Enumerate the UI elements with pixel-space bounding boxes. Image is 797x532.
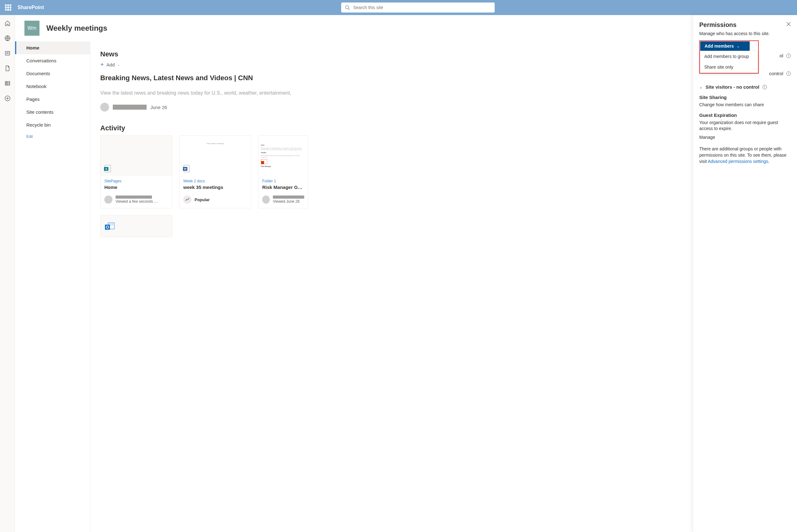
globe-icon[interactable] xyxy=(4,35,11,41)
plus-icon: + xyxy=(100,61,104,68)
manage-guest-link[interactable]: Manage xyxy=(699,134,791,141)
svg-rect-24 xyxy=(105,225,110,230)
nav-pages[interactable]: Pages xyxy=(15,93,90,106)
page-content: News + Add ⌄ Breaking News, Latest News … xyxy=(90,41,797,532)
guest-expiration-text: Your organization does not require guest… xyxy=(699,120,791,132)
perm-visitors-row[interactable]: ⌄ Site visitors - no control i xyxy=(699,81,791,93)
home-icon[interactable] xyxy=(4,20,11,26)
add-members-label: Add members xyxy=(705,43,734,49)
site-header: Wm Weekly meetings xyxy=(15,15,797,41)
sharepoint-file-icon: S xyxy=(104,165,112,173)
card-author-redacted xyxy=(273,195,304,198)
author-avatar xyxy=(100,103,109,112)
card-location: Week 2 docs xyxy=(183,179,247,183)
word-file-icon: W xyxy=(183,165,191,173)
activity-heading: Activity xyxy=(100,124,787,132)
news-add-label: Add xyxy=(107,62,115,68)
chevron-down-icon: ⌄ xyxy=(117,63,120,66)
nav-edit-link[interactable]: Edit xyxy=(15,131,90,142)
card-avatar xyxy=(104,195,112,204)
card-title: Risk Manager Guide xyxy=(262,185,304,190)
svg-rect-23 xyxy=(111,223,113,226)
perm-row-text: control xyxy=(769,71,783,76)
add-icon[interactable] xyxy=(4,95,11,101)
search-icon xyxy=(345,5,350,10)
chevron-down-icon: ⌄ xyxy=(737,44,739,48)
news-item-desc: View the latest news and breaking news t… xyxy=(100,90,787,96)
close-icon[interactable] xyxy=(786,22,791,26)
info-icon[interactable]: i xyxy=(762,85,767,89)
author-name-redacted xyxy=(113,104,147,110)
svg-rect-6 xyxy=(5,81,10,85)
add-members-button[interactable]: Add members ⌄ xyxy=(700,41,750,51)
nav-home[interactable]: Home xyxy=(15,41,90,54)
news-icon[interactable] xyxy=(4,50,11,56)
app-launcher-icon[interactable] xyxy=(5,4,11,11)
search-input[interactable] xyxy=(353,5,491,10)
news-item-title[interactable]: Breaking News, Latest News and Videos | … xyxy=(100,74,787,82)
top-bar: SharePoint xyxy=(0,0,797,15)
activity-card[interactable]: The weekly meetings W Week 2 docs week 3… xyxy=(179,135,251,208)
panel-title: Permissions xyxy=(699,21,791,28)
activity-card[interactable]: Intro Risk managers are the bodyguards o… xyxy=(258,135,308,208)
svg-point-0 xyxy=(345,6,349,9)
outlook-file-icon xyxy=(105,222,115,231)
brand-label[interactable]: SharePoint xyxy=(18,5,44,10)
search-box[interactable] xyxy=(341,2,495,13)
nav-documents[interactable]: Documents xyxy=(15,67,90,80)
card-avatar xyxy=(262,195,270,204)
powerpoint-file-icon xyxy=(261,159,267,164)
card-preview: The weekly meetings W xyxy=(179,136,251,176)
change-sharing-link[interactable]: Change how members can share xyxy=(699,102,791,108)
info-icon[interactable]: i xyxy=(786,72,791,76)
list-icon[interactable] xyxy=(4,80,11,87)
app-rail xyxy=(0,15,15,532)
news-heading: News xyxy=(100,50,787,58)
popular-icon xyxy=(183,195,191,204)
guest-expiration-heading: Guest Expiration xyxy=(699,113,791,118)
nav-conversations[interactable]: Conversations xyxy=(15,54,90,67)
news-add-button[interactable]: + Add ⌄ xyxy=(100,61,120,68)
advanced-perm-link[interactable]: Advanced permissions settings xyxy=(708,159,768,164)
nav-site-contents[interactable]: Site contents xyxy=(15,106,90,118)
file-icon[interactable] xyxy=(4,65,11,72)
card-author-redacted xyxy=(116,195,152,198)
card-preview: Intro Risk managers are the bodyguards o… xyxy=(259,136,308,176)
nav-notebook[interactable]: Notebook xyxy=(15,80,90,93)
advanced-perm-text: There are additional groups or people wi… xyxy=(699,146,791,165)
chevron-down-icon: ⌄ xyxy=(699,85,702,89)
card-title: Home xyxy=(104,185,168,190)
activity-card[interactable]: S SitePages Home Viewed a few seconds … xyxy=(100,135,172,208)
svg-line-1 xyxy=(348,8,349,10)
left-nav: Home Conversations Documents Notebook Pa… xyxy=(15,41,90,532)
nav-recycle-bin[interactable]: Recycle bin xyxy=(15,118,90,131)
permissions-panel: Permissions Manage who has access to thi… xyxy=(693,15,797,532)
news-byline: June 26 xyxy=(100,103,787,112)
site-logo[interactable]: Wm xyxy=(24,21,39,36)
card-title: week 35 meetings xyxy=(183,185,247,190)
svg-text:S: S xyxy=(105,167,107,170)
perm-row-text: Site visitors - no control xyxy=(705,84,759,90)
activity-card[interactable] xyxy=(100,215,172,237)
svg-text:W: W xyxy=(184,167,187,170)
site-title: Weekly meetings xyxy=(46,24,107,33)
site-sharing-heading: Site Sharing xyxy=(699,95,791,100)
card-footer-text: Popular xyxy=(194,197,210,202)
panel-subtitle: Manage who has access to this site. xyxy=(699,31,791,36)
perm-row-text: ol xyxy=(779,53,783,58)
card-location: SitePages xyxy=(104,179,168,183)
svg-rect-20 xyxy=(261,161,264,164)
news-date: June 26 xyxy=(150,104,167,110)
info-icon[interactable]: i xyxy=(786,54,791,58)
card-footer-text: Viewed June 26 xyxy=(273,199,304,204)
card-location: Folder 1 xyxy=(262,179,304,183)
card-preview: S xyxy=(100,136,172,176)
card-footer-text: Viewed a few seconds … xyxy=(116,199,158,204)
svg-rect-3 xyxy=(5,51,10,55)
